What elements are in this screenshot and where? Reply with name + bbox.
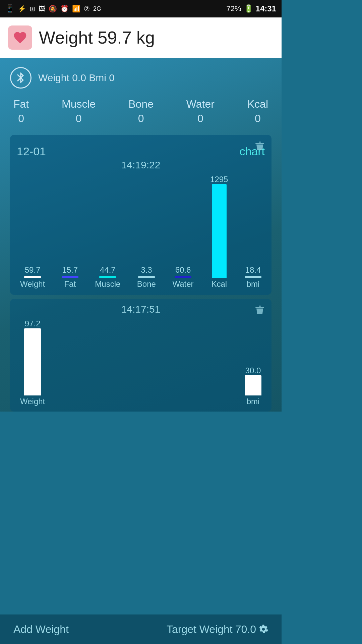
bar-label-Bone: Bone [137, 279, 156, 289]
signal-icon: 2G [93, 5, 101, 12]
bar-label-Kcal: Kcal [211, 279, 227, 289]
bluetooth-label: Weight 0.0 Bmi 0 [38, 72, 115, 84]
bar-value-Fat: 15.7 [62, 265, 78, 275]
muscle-metric: Muscle 0 [62, 98, 96, 125]
usb-icon: ⚡ [18, 5, 26, 13]
battery-level: 72% [227, 4, 241, 13]
bar-underline-Weight [24, 276, 41, 278]
bar2-value-bmi: 30.0 [245, 366, 261, 375]
heart-icon [13, 30, 27, 45]
bar-label-Fat: Fat [64, 279, 76, 289]
water-value: 0 [197, 112, 203, 125]
bar2-value-Weight: 97.2 [25, 319, 41, 328]
fat-label: Fat [13, 98, 29, 110]
mute-icon: 🔕 [49, 5, 57, 13]
bar-item-Bone: 3.3Bone [137, 187, 156, 289]
bar-underline-Water [175, 276, 191, 278]
target-weight-value: 70.0 [235, 623, 256, 636]
record-date: 12-01 [17, 145, 46, 158]
bluetooth-row: Weight 0.0 Bmi 0 [10, 67, 272, 89]
bar2-item-0: 97.2Weight [20, 319, 45, 406]
bone-value: 0 [138, 112, 144, 125]
bars-container-2: 97.2Weight30.0bmi [17, 319, 265, 406]
app-icon [8, 25, 32, 50]
record-2: 14:17:51 97.2Weight30.0bmi [10, 299, 272, 412]
bar-value-bmi: 18.4 [245, 265, 261, 275]
bar-item-Kcal: 1295Kcal [210, 175, 228, 289]
page-title: Weight 59.7 kg [39, 28, 155, 48]
bottom-bar: Add Weight Target Weight 70.0 [0, 614, 282, 644]
target-weight-row: Target Weight 70.0 [167, 623, 268, 636]
bar-label-Weight: Weight [20, 279, 45, 289]
delete-icon-1[interactable] [254, 140, 265, 152]
bar-item-Fat: 15.7Fat [62, 190, 78, 289]
phone-icon: 📱 [5, 4, 14, 13]
bar-item-bmi: 18.4bmi [245, 190, 261, 289]
bar-underline-Muscle [99, 276, 116, 278]
alarm-icon: ⏰ [60, 5, 69, 13]
bar-value-Water: 60.6 [175, 265, 191, 275]
muscle-label: Muscle [62, 98, 96, 110]
settings-icon[interactable] [259, 625, 268, 634]
bar-item-Water: 60.6Water [172, 188, 193, 289]
bar-label-Muscle: Muscle [95, 279, 120, 289]
wifi-icon: 📶 [72, 5, 80, 13]
bar-label-bmi: bmi [247, 279, 260, 289]
water-metric: Water 0 [186, 98, 215, 125]
water-label: Water [186, 98, 215, 110]
date-chart-row: 12-01 chart [17, 140, 265, 159]
record-time-1: 14:19:22 [17, 159, 265, 171]
bluetooth-icon[interactable] [10, 67, 32, 89]
bone-metric: Bone 0 [128, 98, 154, 125]
time-display: 14:31 [256, 4, 276, 13]
bars-container-1: 59.7Weight15.7Fat44.7Muscle3.3Bone60.6Wa… [17, 175, 265, 289]
bar-rect-Kcal [212, 184, 227, 278]
bar2-label-Weight: Weight [20, 397, 45, 406]
bar-underline-Fat [62, 276, 78, 278]
bar-label-Water: Water [172, 279, 193, 289]
bone-label: Bone [128, 98, 154, 110]
kcal-metric: Kcal 0 [247, 98, 268, 125]
badge-icon: ② [84, 5, 90, 13]
bar2-rect-bmi [245, 375, 261, 395]
image-icon: 🖼 [39, 5, 45, 13]
layers-icon: ⊞ [29, 5, 35, 13]
add-weight-button[interactable]: Add Weight [13, 623, 69, 636]
bar-value-Bone: 3.3 [141, 265, 152, 275]
record-1: 12-01 chart 14:19:22 59.7Weight15.7Fat44… [10, 135, 272, 295]
kcal-label: Kcal [247, 98, 268, 110]
trash-icon [254, 140, 265, 152]
target-weight-label: Target Weight [167, 623, 233, 636]
status-bar: 📱 ⚡ ⊞ 🖼 🔕 ⏰ 📶 ② 2G 72% 🔋 14:31 [0, 0, 282, 17]
bar-item-Weight: 59.7Weight [20, 192, 45, 289]
bar-underline-Bone [138, 276, 155, 278]
kcal-value: 0 [255, 112, 261, 125]
bar2-item-6: 30.0bmi [245, 319, 261, 406]
bar-underline-bmi [245, 276, 261, 278]
bar-value-Weight: 59.7 [25, 265, 41, 275]
delete-icon-2[interactable] [254, 304, 265, 316]
bar-value-Kcal: 1295 [210, 175, 228, 184]
metrics-row: Fat 0 Muscle 0 Bone 0 Water 0 Kcal 0 [10, 98, 272, 125]
main-content: Weight 0.0 Bmi 0 Fat 0 Muscle 0 Bone 0 W… [0, 58, 282, 412]
battery-icon: 🔋 [244, 4, 253, 13]
bar2-label-bmi: bmi [247, 397, 260, 406]
bar-value-Muscle: 44.7 [100, 265, 116, 275]
fat-metric: Fat 0 [13, 98, 29, 125]
trash-icon-2 [254, 304, 265, 316]
record-time-2: 14:17:51 [17, 304, 265, 315]
bar-item-Muscle: 44.7Muscle [95, 189, 120, 289]
status-icons: 📱 ⚡ ⊞ 🖼 🔕 ⏰ 📶 ② 2G [5, 4, 101, 13]
bluetooth-symbol [14, 71, 27, 84]
bar2-rect-Weight [24, 328, 41, 395]
muscle-value: 0 [76, 112, 82, 125]
app-header: Weight 59.7 kg [0, 17, 282, 58]
fat-value: 0 [18, 112, 24, 125]
